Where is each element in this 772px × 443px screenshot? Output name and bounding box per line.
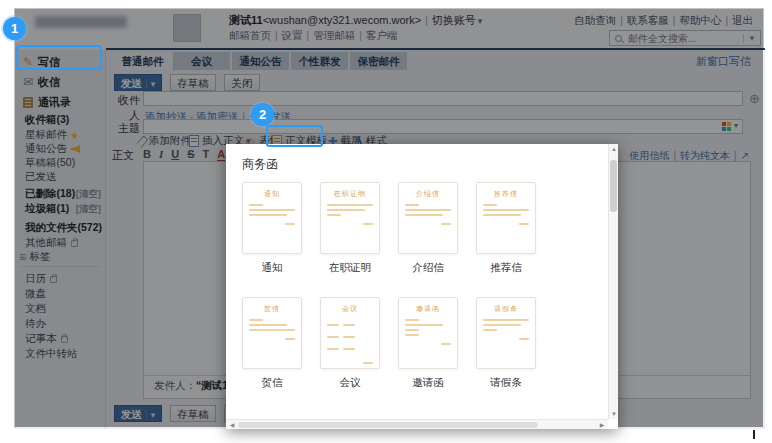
annotation-step-2-badge: 2 [251, 103, 274, 126]
template-cell: 贺信 贺信 [242, 297, 320, 390]
annotation-highlight-compose [16, 45, 102, 70]
template-row: 通知 通知 在职证明 在职证明 介绍信 介绍信 推荐信 推荐信 [242, 182, 554, 275]
template-cell: 介绍信 介绍信 [398, 182, 476, 275]
modal-vertical-scrollbar[interactable]: ▲ ▼ [608, 144, 618, 419]
template-label[interactable]: 邀请函 [398, 376, 458, 390]
template-card-recommendation-letter[interactable]: 推荐信 [476, 182, 536, 254]
template-cell: 请假条 请假条 [476, 297, 554, 390]
card-title: 会议 [327, 304, 373, 314]
template-card-introduction-letter[interactable]: 介绍信 [398, 182, 458, 254]
template-row: 贺信 贺信 会议 会议 邀请函 邀请函 请假条 请假条 [242, 297, 554, 390]
text-cursor-artifact [753, 430, 755, 439]
template-card-notice[interactable]: 通知 [242, 182, 302, 254]
template-cell: 会议 会议 [320, 297, 398, 390]
scroll-down-arrow[interactable]: ▼ [609, 410, 619, 418]
scroll-right-arrow[interactable]: ▶ [597, 421, 607, 429]
mail-app-window: 测试11<wushan@xty321.wecom.work>|切换账号▾ 邮箱首… [14, 8, 764, 428]
annotation-step-1-badge: 1 [3, 17, 26, 40]
template-cell: 邀请函 邀请函 [398, 297, 476, 390]
template-card-invitation[interactable]: 邀请函 [398, 297, 458, 369]
scroll-up-arrow[interactable]: ▲ [609, 145, 619, 153]
template-label[interactable]: 通知 [242, 261, 302, 275]
template-label[interactable]: 在职证明 [320, 261, 380, 275]
modal-title: 商务函 [242, 156, 278, 173]
card-title: 请假条 [483, 304, 529, 314]
card-title: 通知 [249, 189, 295, 199]
template-card-meeting[interactable]: 会议 [320, 297, 380, 369]
template-card-congratulation-letter[interactable]: 贺信 [242, 297, 302, 369]
template-cell: 通知 通知 [242, 182, 320, 275]
card-title: 贺信 [249, 304, 295, 314]
scroll-left-arrow[interactable]: ◀ [227, 421, 237, 429]
template-cell: 推荐信 推荐信 [476, 182, 554, 275]
template-cell: 在职证明 在职证明 [320, 182, 398, 275]
card-title: 在职证明 [327, 189, 373, 199]
scroll-thumb[interactable] [238, 422, 538, 428]
template-card-leave-request[interactable]: 请假条 [476, 297, 536, 369]
annotation-highlight-template [266, 125, 323, 147]
template-card-employment-cert[interactable]: 在职证明 [320, 182, 380, 254]
template-label[interactable]: 请假条 [476, 376, 536, 390]
template-label[interactable]: 介绍信 [398, 261, 458, 275]
template-label[interactable]: 推荐信 [476, 261, 536, 275]
template-label[interactable]: 会议 [320, 376, 380, 390]
template-picker-modal: 商务函 通知 通知 在职证明 在职证明 介绍信 介绍信 推荐信 推荐信 贺信 贺… [226, 144, 618, 429]
scroll-thumb[interactable] [610, 160, 617, 212]
card-title: 邀请函 [405, 304, 451, 314]
card-title: 推荐信 [483, 189, 529, 199]
modal-horizontal-scrollbar[interactable]: ◀ ▶ [226, 419, 608, 429]
template-label[interactable]: 贺信 [242, 376, 302, 390]
card-title: 介绍信 [405, 189, 451, 199]
